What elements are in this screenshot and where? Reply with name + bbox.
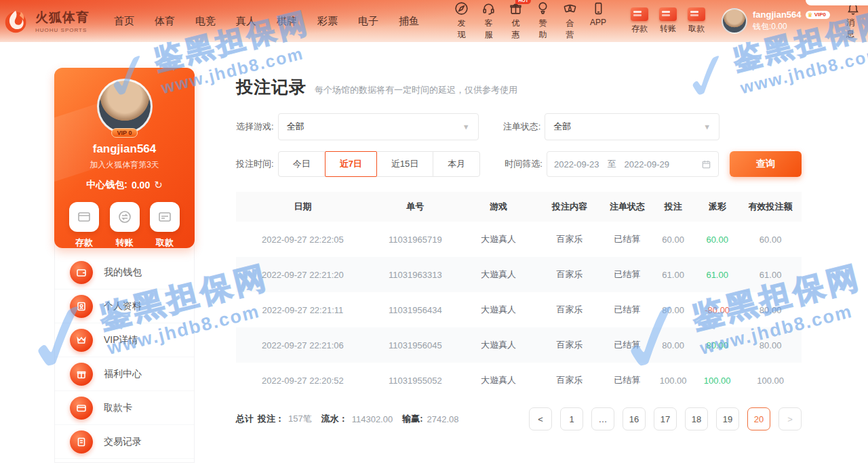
- messages-label: 消息: [846, 17, 860, 40]
- phone-icon: [591, 1, 606, 16]
- nav-chess[interactable]: 棋牌: [277, 15, 297, 28]
- game-select[interactable]: 全部 ▼: [278, 113, 479, 140]
- sponsor-link[interactable]: 赞助: [536, 1, 550, 41]
- table-row: 2022-09-27 22:21:20 11031963313 大遊真人 百家乐…: [236, 257, 802, 292]
- transfer-icon: [659, 7, 677, 21]
- nav-slots[interactable]: 电子: [358, 15, 378, 28]
- bet-records-table: 日期 单号 游戏 投注内容 注单状态 投注 派彩 有效投注额 2022-09-2…: [236, 192, 802, 398]
- transfer-shortcut[interactable]: 转账: [659, 7, 677, 35]
- bank-card-icon: [157, 209, 172, 224]
- balloon-icon: [536, 1, 550, 16]
- sidebar-item-my-wallet[interactable]: 我的钱包: [55, 256, 194, 289]
- transfer-arrows-icon: [117, 209, 132, 224]
- page: 火狐体育 HUOHU SPORTS 首页 体育 电竞 真人 棋牌 彩票 电子 捕…: [0, 0, 868, 463]
- partner-link[interactable]: 合营: [563, 1, 577, 41]
- page-button-17[interactable]: 17: [654, 407, 677, 430]
- date-range-picker[interactable]: 2022-09-23 至 2022-09-29: [547, 151, 719, 177]
- nav-esports[interactable]: 电竞: [195, 15, 216, 28]
- page-button-18[interactable]: 18: [685, 407, 708, 430]
- center-wallet: 中心钱包: 0.00 ↻: [54, 179, 195, 191]
- withdraw-label: 取款: [688, 23, 705, 35]
- date-from: 2022-09-23: [554, 159, 599, 169]
- page-button-16[interactable]: 16: [623, 407, 646, 430]
- summary-prefix: 总计: [236, 413, 254, 425]
- total-turnover: 114302.00: [352, 414, 393, 424]
- withdraw-shortcut[interactable]: 取款: [688, 7, 705, 35]
- game-select-value: 全部: [287, 121, 304, 133]
- table-row: 2022-09-27 22:22:05 11031965719 大遊真人 百家乐…: [236, 222, 802, 257]
- top-right-panel-edge: [806, 0, 868, 5]
- discover-link[interactable]: 发现: [454, 1, 469, 41]
- nav-lottery[interactable]: 彩票: [317, 15, 338, 28]
- receipt-icon: [76, 437, 87, 447]
- promo-label: 优惠: [509, 18, 523, 41]
- table-header-row: 日期 单号 游戏 投注内容 注单状态 投注 派彩 有效投注额: [236, 192, 802, 222]
- tab-today[interactable]: 今日: [278, 151, 326, 177]
- deposit-shortcut[interactable]: 存款: [631, 7, 648, 35]
- crown-icon: ♛: [808, 12, 813, 18]
- tab-last-7-days[interactable]: 近7日: [325, 151, 377, 177]
- sidebar-item-vip-details[interactable]: VIP详情: [55, 323, 194, 357]
- header-order: 单号: [370, 192, 461, 222]
- transfer-button[interactable]: 转账: [110, 202, 140, 248]
- sidebar-item-transactions[interactable]: 交易记录: [55, 425, 194, 459]
- username: fangjian564: [753, 9, 802, 20]
- status-filter-label: 注单状态:: [503, 121, 541, 133]
- total-winloss: 2742.08: [427, 414, 459, 424]
- sidebar-item-benefits[interactable]: 福利中心: [55, 357, 194, 391]
- id-card-icon: [76, 301, 87, 312]
- deposit-button[interactable]: 存款: [69, 202, 99, 248]
- user-info: fangjian564 ♛VIP0 钱包:0.00: [753, 9, 830, 33]
- headset-icon: [481, 1, 496, 16]
- calendar-icon: [701, 159, 711, 169]
- nav-live[interactable]: 真人: [236, 15, 256, 28]
- nav-home[interactable]: 首页: [114, 15, 134, 28]
- brand-text: 火狐体育 HUOHU SPORTS: [35, 9, 90, 33]
- vip-badge: ♛VIP0: [806, 11, 830, 19]
- tab-last-15-days[interactable]: 近15日: [376, 151, 433, 177]
- header-valid: 有效投注额: [739, 192, 802, 222]
- withdraw-button[interactable]: 取款: [150, 202, 180, 248]
- brand-subtitle: HUOHU SPORTS: [35, 27, 90, 33]
- app-link[interactable]: APP: [590, 1, 606, 41]
- tab-this-month[interactable]: 本月: [433, 151, 480, 177]
- status-select[interactable]: 全部 ▼: [545, 113, 719, 140]
- sidebar-menu: 我的钱包 个人资料 VIP详情 福利中心 取款卡 交易记录: [55, 247, 194, 459]
- header-game: 游戏: [461, 192, 536, 222]
- member-join-text: 加入火狐体育第3天: [54, 159, 195, 171]
- query-button[interactable]: 查询: [730, 151, 802, 177]
- bet-time-label: 投注时间:: [236, 158, 274, 170]
- sidebar-item-withdraw-card[interactable]: 取款卡: [55, 391, 194, 425]
- deposit-icon: [631, 7, 648, 21]
- sidebar-item-profile[interactable]: 个人资料: [55, 289, 194, 323]
- service-link[interactable]: 客服: [481, 1, 496, 41]
- wallet-icon: [76, 267, 87, 278]
- header-bet: 投注: [651, 192, 695, 222]
- prev-page-button[interactable]: <: [529, 407, 552, 430]
- main-nav: 首页 体育 电竞 真人 棋牌 彩票 电子 捕鱼: [114, 15, 419, 28]
- avatar: [722, 8, 747, 34]
- nav-fishing[interactable]: 捕鱼: [399, 15, 419, 28]
- deposit-label: 存款: [631, 23, 648, 35]
- page-button-1[interactable]: 1: [560, 407, 583, 430]
- wallet-balance: 钱包:0.00: [753, 21, 830, 33]
- page-button-19[interactable]: 19: [716, 407, 739, 430]
- page-ellipsis[interactable]: …: [591, 407, 614, 430]
- next-page-button[interactable]: >: [778, 407, 802, 430]
- member-card: VIP 0 fangjian564 加入火狐体育第3天 中心钱包: 0.00 ↻…: [54, 68, 195, 248]
- date-to: 2022-09-29: [624, 159, 669, 169]
- time-range-tabs: 今日 近7日 近15日 本月: [278, 151, 481, 177]
- header-payout: 派彩: [695, 192, 739, 222]
- messages-button[interactable]: 36 消息: [846, 2, 860, 40]
- page-subtitle: 每个场馆的数据将有一定时间的延迟，仅供参考使用: [315, 84, 517, 96]
- summary-totals: 总计 投注：157笔 流水：114302.00 输赢:2742.08: [236, 413, 465, 425]
- page-button-20-active[interactable]: 20: [747, 407, 770, 430]
- user-account[interactable]: fangjian564 ♛VIP0 钱包:0.00: [722, 8, 830, 34]
- pagination: < 1 … 16 17 18 19 20 >: [529, 407, 802, 430]
- brand-logo[interactable]: 火狐体育 HUOHU SPORTS: [0, 5, 106, 37]
- flame-logo-icon: [1, 5, 33, 37]
- withdraw-icon: [688, 7, 705, 21]
- refresh-icon[interactable]: ↻: [154, 179, 163, 191]
- nav-sports[interactable]: 体育: [155, 15, 175, 28]
- promo-link[interactable]: HOT 优惠: [509, 1, 523, 41]
